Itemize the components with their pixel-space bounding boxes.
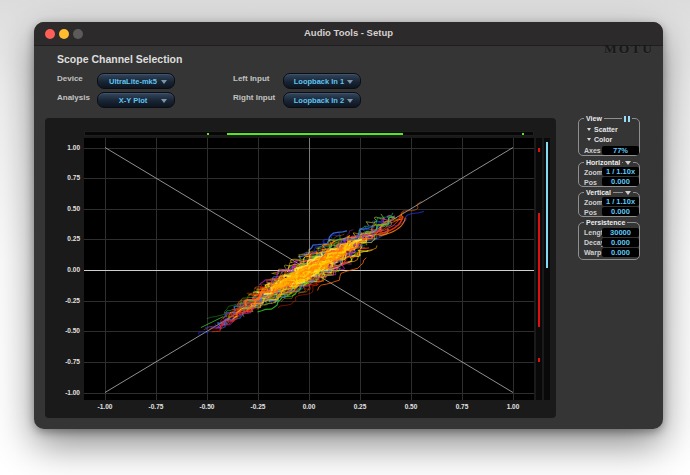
- analysis-value: X-Y Plot: [119, 96, 148, 105]
- h-zoom-field[interactable]: 1 / 1.10x: [602, 167, 639, 176]
- device-value: UltraLite-mk5: [109, 77, 157, 86]
- x-axis-tick-label: 0.00: [296, 403, 322, 410]
- vertical-panel: Vertical Zoom 1 / 1.10x Pos 0.000: [578, 192, 640, 217]
- y-axis-tick-label: 1.00: [54, 144, 80, 151]
- x-axis-tick-label: 0.75: [449, 403, 475, 410]
- right-input-value: Loopback In 2: [294, 96, 344, 105]
- page-title: Scope Channel Selection: [57, 53, 182, 65]
- axes-value-field[interactable]: 77%: [602, 146, 639, 155]
- y-axis-tick-label: -0.75: [54, 358, 80, 365]
- scope-bezel: -1.00-0.75-0.50-0.250.000.250.500.751.00…: [45, 118, 556, 418]
- warp-label: Warp: [584, 248, 601, 257]
- x-axis-tick-label: 0.50: [398, 403, 424, 410]
- x-axis-tick-label: -1.00: [92, 403, 118, 410]
- v-zoom-label: Zoom: [584, 198, 603, 207]
- chevron-down-icon: [347, 80, 353, 84]
- top-overview-meter: [84, 131, 534, 136]
- scatter-disclosure-label: Scatter: [594, 125, 618, 134]
- disclosure-triangle-icon: [587, 128, 591, 131]
- h-pos-field[interactable]: 0.000: [602, 177, 639, 186]
- persistence-panel: Persistence Length 30000 Decay 0.000 War…: [578, 222, 640, 260]
- length-field[interactable]: 30000: [602, 228, 639, 237]
- xy-plot-area[interactable]: [84, 138, 534, 400]
- chevron-down-icon: [161, 80, 167, 84]
- window-title: Audio Tools - Setup: [34, 27, 663, 38]
- h-pos-label: Pos: [584, 178, 597, 187]
- y-axis-tick-label: -0.25: [54, 297, 80, 304]
- x-axis-tick-label: 1.00: [500, 403, 526, 410]
- chevron-down-icon: [347, 99, 353, 103]
- collapse-triangle-icon[interactable]: [623, 190, 633, 196]
- x-axis-tick-label: 0.25: [347, 403, 373, 410]
- app-window: Audio Tools - Setup MOTU Scope Channel S…: [34, 22, 663, 429]
- h-zoom-label: Zoom: [584, 168, 603, 177]
- pause-icon[interactable]: [622, 115, 632, 122]
- v-pos-label: Pos: [584, 208, 597, 217]
- scatter-disclosure[interactable]: Scatter: [587, 125, 618, 134]
- chevron-down-icon: [161, 99, 167, 103]
- disclosure-triangle-icon: [587, 138, 591, 141]
- analysis-label: Analysis: [57, 91, 90, 105]
- x-axis-tick-label: -0.75: [143, 403, 169, 410]
- motu-logo: MOTU: [604, 41, 654, 57]
- v-zoom-field[interactable]: 1 / 1.10x: [602, 197, 639, 206]
- x-axis-tick-label: -0.25: [245, 403, 271, 410]
- y-axis-tick-label: 0.25: [54, 235, 80, 242]
- view-panel-title: View: [584, 114, 604, 123]
- warp-field[interactable]: 0.000: [602, 248, 639, 257]
- color-disclosure-label: Color: [594, 135, 612, 144]
- xy-plot-canvas: [84, 138, 534, 400]
- y-axis-tick-label: -0.50: [54, 327, 80, 334]
- right-level-meter-outer: [536, 138, 542, 400]
- color-disclosure[interactable]: Color: [587, 135, 612, 144]
- left-input-value: Loopback In 1: [294, 77, 344, 86]
- title-bar[interactable]: Audio Tools - Setup: [34, 22, 663, 46]
- right-level-meter-inner: [544, 138, 550, 400]
- left-input-label: Left Input: [233, 72, 269, 86]
- device-dropdown[interactable]: UltraLite-mk5: [97, 73, 175, 89]
- decay-field[interactable]: 0.000: [602, 238, 639, 247]
- vertical-panel-title: Vertical: [584, 188, 613, 197]
- y-axis-tick-label: 0.00: [54, 266, 80, 273]
- horizontal-panel-title: Horizontal: [584, 158, 622, 167]
- axes-label: Axes: [584, 146, 601, 155]
- persistence-panel-title: Persistence: [584, 218, 627, 227]
- y-axis-tick-label: 0.75: [54, 174, 80, 181]
- analysis-dropdown[interactable]: X-Y Plot: [97, 92, 175, 108]
- right-input-dropdown[interactable]: Loopback In 2: [283, 92, 361, 108]
- view-panel: View Scatter Color Axes 77%: [578, 118, 640, 156]
- x-axis-tick-label: -0.50: [194, 403, 220, 410]
- device-label: Device: [57, 72, 83, 86]
- y-axis-tick-label: -1.00: [54, 389, 80, 396]
- horizontal-panel: Horizontal Zoom 1 / 1.10x Pos 0.000: [578, 162, 640, 187]
- collapse-triangle-icon[interactable]: [623, 160, 633, 166]
- v-pos-field[interactable]: 0.000: [602, 207, 639, 216]
- right-input-label: Right Input: [233, 91, 275, 105]
- left-input-dropdown[interactable]: Loopback In 1: [283, 73, 361, 89]
- y-axis-tick-label: 0.50: [54, 205, 80, 212]
